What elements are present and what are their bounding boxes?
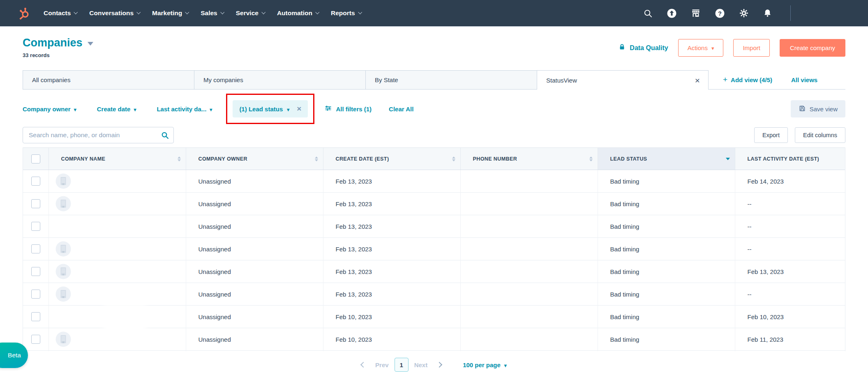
actions-button[interactable]: Actions	[678, 39, 724, 57]
import-button[interactable]: Import	[733, 39, 770, 57]
chevron-down-icon[interactable]	[88, 42, 93, 46]
row-checkbox[interactable]	[31, 312, 40, 321]
sort-icon[interactable]	[315, 155, 318, 163]
row-checkbox[interactable]	[31, 267, 40, 276]
nav-item-conversations[interactable]: Conversations	[83, 0, 146, 27]
prev-button[interactable]: Prev	[375, 361, 389, 368]
help-icon[interactable]: ?	[715, 8, 725, 18]
tab-statusview[interactable]: StatusView	[537, 70, 709, 90]
company-avatar	[55, 286, 71, 302]
column-header-company-name[interactable]: COMPANY NAME	[48, 148, 186, 170]
search-input[interactable]	[23, 127, 174, 143]
save-view-button[interactable]: Save view	[791, 100, 845, 117]
filter-last-activity[interactable]: Last activity da...	[157, 106, 212, 113]
tab-my-companies[interactable]: My companies	[194, 70, 366, 89]
add-view-link[interactable]: Add view (4/5)	[723, 75, 772, 84]
select-all-checkbox[interactable]	[31, 154, 40, 163]
cell-company-owner	[186, 351, 323, 352]
table-row[interactable]: Unassigned Feb 13, 2023 Bad timing --	[23, 193, 845, 215]
tab-all-companies[interactable]: All companies	[23, 70, 194, 89]
clear-all-link[interactable]: Clear All	[389, 106, 413, 113]
hubspot-logo-icon[interactable]	[18, 7, 31, 20]
nav-item-service[interactable]: Service	[230, 0, 271, 27]
data-quality-label: Data Quality	[630, 44, 668, 52]
all-filters-link[interactable]: All filters (1)	[324, 104, 372, 113]
sort-desc-icon[interactable]	[726, 158, 730, 160]
sort-icon[interactable]	[178, 155, 181, 163]
table-row[interactable]	[23, 351, 845, 352]
all-views-link[interactable]: All views	[791, 76, 817, 83]
row-checkbox[interactable]	[31, 222, 40, 231]
filter-create-date[interactable]: Create date	[97, 106, 136, 113]
filter-label: Create date	[97, 106, 131, 113]
chevron-down-icon	[210, 106, 212, 113]
next-chevron-icon[interactable]	[436, 362, 442, 368]
column-header-company-owner[interactable]: COMPANY OWNER	[186, 148, 323, 170]
row-checkbox[interactable]	[31, 244, 40, 253]
nav-item-automation[interactable]: Automation	[271, 0, 325, 27]
table-row[interactable]: Unassigned Feb 13, 2023 Bad timing --	[23, 238, 845, 260]
close-icon[interactable]	[695, 76, 700, 85]
cell-last-activity: --	[735, 238, 845, 260]
nav-item-reports[interactable]: Reports	[325, 0, 367, 27]
table-row[interactable]: Unassigned Feb 13, 2023 Bad timing Feb 1…	[23, 170, 845, 193]
table-row[interactable]: Unassigned Feb 10, 2023 Bad timing Feb 1…	[23, 328, 845, 351]
edit-columns-button[interactable]: Edit columns	[795, 127, 845, 143]
chevron-down-icon	[220, 10, 224, 14]
per-page-selector[interactable]: 100 per page	[463, 361, 507, 368]
settings-gear-icon[interactable]	[739, 8, 749, 18]
cell-lead-status: Bad timing	[598, 170, 735, 193]
column-header-last-activity[interactable]: LAST ACTIVITY DATE (EST)	[735, 148, 845, 170]
row-checkbox[interactable]	[31, 177, 40, 186]
filter-company-owner[interactable]: Company owner	[23, 106, 76, 113]
nav-item-marketing[interactable]: Marketing	[146, 0, 194, 27]
search-icon[interactable]	[161, 131, 169, 141]
marketplace-icon[interactable]	[691, 8, 701, 18]
row-checkbox[interactable]	[31, 199, 40, 208]
chevron-down-icon	[74, 106, 76, 113]
cell-phone-number	[460, 328, 598, 351]
column-header-phone-number[interactable]: PHONE NUMBER	[460, 148, 598, 170]
sort-icon[interactable]	[452, 155, 455, 163]
next-button[interactable]: Next	[414, 361, 428, 368]
column-label: LEAD STATUS	[610, 156, 647, 162]
tab-label: My companies	[203, 76, 243, 83]
table-row[interactable]: Unassigned Feb 13, 2023 Bad timing --	[23, 283, 845, 306]
column-header-create-date[interactable]: CREATE DATE (EST)	[323, 148, 460, 170]
page-number-button[interactable]: 1	[395, 358, 409, 372]
nav-item-contacts[interactable]: Contacts	[37, 0, 83, 27]
export-button[interactable]: Export	[754, 127, 788, 143]
create-company-button[interactable]: Create company	[780, 39, 845, 57]
tab-by-state[interactable]: By State	[365, 70, 537, 89]
row-checkbox[interactable]	[31, 290, 40, 299]
table-row[interactable]: Unassigned Feb 13, 2023 Bad timing --	[23, 215, 845, 238]
table-row[interactable]: Unassigned Feb 10, 2023 Bad timing Feb 1…	[23, 306, 845, 328]
companies-table: COMPANY NAME COMPANY OWNER CREATE DATE (…	[23, 147, 845, 351]
sort-icon[interactable]	[589, 155, 593, 163]
cell-create-date: Feb 13, 2023	[323, 238, 460, 260]
upgrade-arrow-icon[interactable]	[667, 8, 677, 18]
nav-label: Automation	[277, 9, 312, 17]
column-header-lead-status[interactable]: LEAD STATUS	[598, 148, 735, 170]
data-quality-link[interactable]: Data Quality	[618, 43, 668, 53]
row-checkbox[interactable]	[31, 335, 40, 344]
nav-label: Sales	[201, 9, 217, 17]
remove-filter-icon[interactable]	[297, 104, 301, 113]
cell-company-owner: Unassigned	[186, 215, 323, 238]
cell-create-date: Feb 10, 2023	[323, 306, 460, 328]
chevron-down-icon	[74, 10, 78, 14]
nav-item-sales[interactable]: Sales	[194, 0, 230, 27]
cell-last-activity: --	[735, 215, 845, 238]
search-icon[interactable]	[643, 9, 653, 18]
nav-divider	[790, 5, 791, 21]
title-line[interactable]: Companies	[23, 37, 93, 49]
company-avatar	[55, 196, 71, 212]
cell-company-name	[48, 260, 186, 283]
prev-chevron-icon[interactable]	[360, 362, 366, 368]
notifications-bell-icon[interactable]	[763, 8, 772, 18]
company-avatar	[55, 331, 71, 347]
table-row[interactable]: Unassigned Feb 13, 2023 Bad timing Feb 1…	[23, 260, 845, 283]
title-block: Companies 33 records	[23, 37, 93, 58]
lead-status-filter-chip[interactable]: (1) Lead status	[233, 100, 308, 117]
beta-badge[interactable]: Beta	[0, 343, 28, 368]
